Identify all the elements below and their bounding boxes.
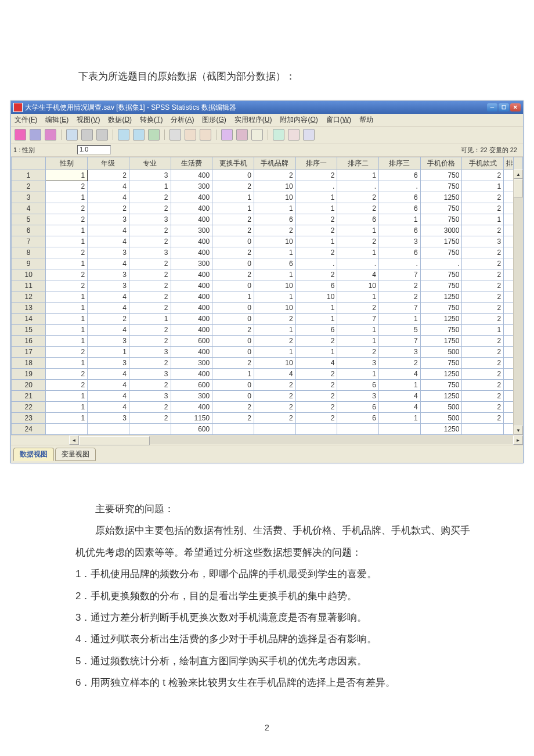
menu-item-8[interactable]: 附加内容(O)	[280, 115, 317, 125]
print-icon[interactable]	[45, 129, 56, 141]
row-number[interactable]: 23	[12, 413, 46, 424]
table-row[interactable]: 22142400222645002	[12, 402, 523, 413]
data-cell[interactable]: 1	[254, 247, 295, 258]
tab-variable-view[interactable]: 变量视图	[55, 448, 96, 461]
data-cell[interactable]: 400	[171, 192, 212, 203]
data-cell[interactable]: 2	[337, 192, 379, 203]
row-number[interactable]: 2	[12, 181, 46, 192]
data-cell[interactable]: 6	[337, 214, 379, 225]
data-cell[interactable]: 4	[295, 358, 337, 369]
data-cell[interactable]: 3	[88, 358, 129, 369]
data-cell[interactable]: 2	[337, 303, 379, 314]
data-cell[interactable]: 1	[254, 269, 295, 280]
data-cell[interactable]: 2	[462, 369, 504, 380]
data-cell[interactable]: 2	[46, 214, 88, 225]
data-cell[interactable]: 2	[295, 214, 337, 225]
data-cell[interactable]: 400	[171, 369, 212, 380]
data-cell[interactable]: 2	[254, 225, 295, 236]
row-number[interactable]: 4	[12, 203, 46, 214]
data-cell-partial[interactable]	[504, 258, 513, 269]
data-cell[interactable]: 1	[254, 325, 295, 336]
data-cell[interactable]: 2	[129, 236, 171, 247]
data-grid[interactable]: 性别年级专业生活费更换手机手机品牌排序一排序二排序三手机价格手机款式排 1123…	[11, 157, 523, 435]
data-cell[interactable]: 7	[379, 269, 421, 280]
data-cell[interactable]: 2	[212, 181, 254, 192]
data-cell[interactable]: 0	[212, 236, 254, 247]
data-cell[interactable]: 400	[171, 203, 212, 214]
data-cell[interactable]: 1	[46, 325, 88, 336]
data-cell-partial[interactable]	[504, 391, 513, 402]
data-cell[interactable]: 2	[379, 280, 421, 291]
data-cell[interactable]: 1	[379, 413, 421, 424]
data-cell-partial[interactable]	[504, 247, 513, 258]
data-cell[interactable]: 2	[46, 347, 88, 358]
data-cell[interactable]: 300	[171, 225, 212, 236]
data-cell[interactable]: 1250	[420, 391, 462, 402]
table-row[interactable]: 181323002104327502	[12, 358, 523, 369]
menu-item-0[interactable]: 文件(F)	[15, 115, 37, 125]
data-cell[interactable]: 6	[379, 225, 421, 236]
table-row[interactable]: 131424000101277502	[12, 303, 523, 314]
row-number[interactable]: 14	[12, 314, 46, 325]
data-cell[interactable]: 2	[129, 258, 171, 269]
data-cell[interactable]: 2	[129, 291, 171, 303]
data-cell[interactable]: 2	[46, 181, 88, 192]
data-cell[interactable]: 400	[171, 170, 212, 181]
data-cell[interactable]: 1	[337, 170, 379, 181]
data-cell[interactable]: 400	[171, 280, 212, 291]
data-cell[interactable]: 400	[171, 269, 212, 280]
data-cell[interactable]: 1	[46, 413, 88, 424]
row-number[interactable]: 1	[12, 170, 46, 181]
find-icon[interactable]	[169, 129, 181, 141]
data-cell[interactable]: 3	[462, 236, 504, 247]
data-cell[interactable]: 3	[88, 269, 129, 280]
data-cell[interactable]: 2	[379, 291, 421, 303]
row-number[interactable]: 19	[12, 369, 46, 380]
data-cell[interactable]: 2	[129, 325, 171, 336]
data-cell[interactable]: 2	[212, 225, 254, 236]
data-cell[interactable]: 2	[337, 236, 379, 247]
missing-icon[interactable]	[288, 129, 300, 141]
scroll-left-arrow-icon[interactable]: ◄	[69, 435, 79, 445]
data-cell[interactable]: 1	[337, 225, 379, 236]
data-cell[interactable]: 2	[295, 225, 337, 236]
scroll-right-arrow-icon[interactable]: ►	[513, 435, 523, 445]
data-cell[interactable]: 0	[212, 170, 254, 181]
data-cell[interactable]: 1	[337, 291, 379, 303]
undo-icon[interactable]	[81, 129, 93, 141]
data-cell[interactable]: 750	[420, 269, 462, 280]
data-cell[interactable]: 2	[254, 413, 295, 424]
data-cell[interactable]: 2	[129, 225, 171, 236]
data-cell[interactable]: 2	[295, 391, 337, 402]
data-cell[interactable]: 1	[295, 192, 337, 203]
data-cell[interactable]: 3	[88, 214, 129, 225]
row-number[interactable]: 22	[12, 402, 46, 413]
data-cell[interactable]: 2	[462, 291, 504, 303]
data-cell[interactable]: 500	[420, 347, 462, 358]
data-cell[interactable]: 1150	[171, 413, 212, 424]
data-cell-partial[interactable]	[504, 291, 513, 303]
data-cell[interactable]: 4	[88, 325, 129, 336]
table-row[interactable]: 2241300210...7501	[12, 181, 523, 192]
row-number[interactable]: 3	[12, 192, 46, 203]
column-header[interactable]: 排序一	[295, 157, 337, 170]
data-cell[interactable]: 7	[379, 336, 421, 347]
data-cell[interactable]: 1	[295, 303, 337, 314]
weight-icon[interactable]	[236, 129, 248, 141]
column-header[interactable]: 性别	[46, 157, 88, 170]
data-cell[interactable]: 4	[88, 192, 129, 203]
data-cell[interactable]: 2	[88, 203, 129, 214]
open-icon[interactable]	[15, 129, 26, 141]
row-number[interactable]: 5	[12, 214, 46, 225]
data-cell[interactable]: 400	[171, 314, 212, 325]
data-cell[interactable]: 300	[171, 181, 212, 192]
data-cell[interactable]	[212, 424, 254, 435]
data-cell[interactable]: 2	[88, 314, 129, 325]
data-cell[interactable]: 6	[254, 258, 295, 269]
data-cell[interactable]: 1	[212, 291, 254, 303]
data-cell[interactable]: 1	[46, 402, 88, 413]
data-cell[interactable]: 10	[254, 303, 295, 314]
row-number[interactable]: 10	[12, 269, 46, 280]
data-cell[interactable]: .	[295, 181, 337, 192]
data-cell[interactable]	[46, 424, 88, 435]
